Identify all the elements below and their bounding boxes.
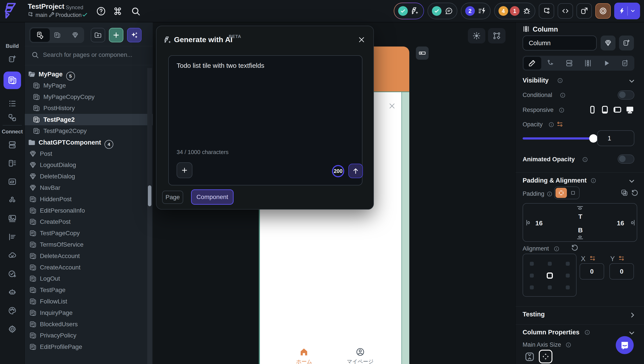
convert-to-component-button[interactable]: [600, 36, 616, 51]
chevron-down-icon[interactable]: [628, 77, 636, 85]
reset-padding-icon[interactable]: [631, 189, 639, 197]
rail-item-ai-agents[interactable]: [8, 288, 17, 297]
tree-item-BlockedUsers[interactable]: BlockedUsers: [24, 319, 153, 330]
rail-item-storyboard[interactable]: [8, 113, 17, 122]
submit-prompt-button[interactable]: [348, 164, 363, 178]
tree-item-PostHistory[interactable]: PostHistory: [24, 102, 153, 114]
target-page-button[interactable]: Page: [162, 191, 183, 204]
tree-item-TestPageCopy[interactable]: TestPageCopy: [24, 228, 153, 239]
support-chat-button[interactable]: [616, 336, 634, 354]
pages-scrollbar-thumb[interactable]: [148, 186, 152, 206]
properties-tab-cursor-node[interactable]: [541, 56, 560, 71]
close-icon[interactable]: [358, 36, 366, 44]
add-attachment-button[interactable]: [176, 162, 192, 178]
comments-status-button[interactable]: [428, 3, 457, 19]
rail-item-media-assets[interactable]: [8, 177, 17, 186]
nav-mypage-label[interactable]: マイページ: [346, 358, 375, 364]
rail-item-data-types[interactable]: [8, 159, 17, 168]
padding-mode-uniform[interactable]: [568, 188, 578, 198]
responsive-phone-icon[interactable]: [588, 105, 597, 115]
padding-bottom-icon[interactable]: [576, 235, 584, 240]
tree-item-TestPage[interactable]: TestPage: [24, 284, 153, 296]
rail-item-custom-functions[interactable]: [8, 233, 17, 241]
tree-item-CreatePost[interactable]: CreatePost: [24, 216, 153, 228]
padding-top-icon[interactable]: [576, 205, 584, 211]
properties-tab-doc-plus[interactable]: [616, 56, 634, 71]
opacity-value-input[interactable]: 1: [597, 130, 634, 146]
search-icon[interactable]: [130, 6, 141, 16]
tree-item-DeleteDialog[interactable]: DeleteDialog: [24, 171, 153, 182]
rail-item-widget-tree[interactable]: [8, 99, 17, 108]
main-axis-size-min-button[interactable]: [523, 350, 536, 363]
padding-left-icon[interactable]: [525, 219, 531, 226]
chevron-down-icon[interactable]: [628, 329, 636, 337]
alignment-selected-center[interactable]: [547, 273, 553, 279]
rail-item-page-selector[interactable]: [4, 72, 21, 89]
chevron-right-icon[interactable]: [629, 311, 636, 319]
padding-top-field[interactable]: T: [523, 213, 638, 220]
alignment-grid[interactable]: [522, 254, 576, 297]
responsive-tablet-icon[interactable]: [600, 105, 610, 115]
nav-mypage-icon[interactable]: [356, 347, 365, 356]
actions-status-button[interactable]: 2: [461, 3, 490, 19]
properties-tab-ruler-pencil[interactable]: [522, 56, 541, 71]
tree-item-LogoutDialog[interactable]: LogoutDialog: [24, 159, 153, 171]
rail-item-automated-tests[interactable]: [8, 269, 17, 278]
alignment-grid-dot[interactable]: [530, 274, 534, 278]
animated-opacity-toggle[interactable]: [618, 154, 634, 164]
padding-right-field[interactable]: 16: [617, 219, 624, 227]
environment-name[interactable]: Production: [56, 12, 82, 18]
padding-right-icon[interactable]: [630, 219, 636, 226]
tree-item-CreateAccount[interactable]: CreateAccount: [24, 262, 153, 273]
padding-mode-separate[interactable]: [556, 188, 567, 198]
help-icon[interactable]: [96, 6, 106, 16]
tree-item-InquiryPage[interactable]: InquiryPage: [24, 307, 153, 319]
pages-tab-icon[interactable]: [54, 31, 61, 39]
padding-bottom-field[interactable]: B: [523, 226, 638, 234]
tree-folder-MyPage[interactable]: MyPage5: [24, 68, 153, 80]
tree-item-TestPage2[interactable]: TestPage2: [24, 114, 153, 125]
tree-item-DeleteAccount[interactable]: DeleteAccount: [24, 250, 153, 262]
ai-generate-page-button[interactable]: [127, 28, 142, 42]
properties-tab-database[interactable]: [560, 56, 578, 71]
alignment-grid-dot[interactable]: [548, 262, 552, 266]
issues-status-button[interactable]: 4 1: [494, 3, 535, 19]
bind-variable-icon[interactable]: [618, 255, 625, 262]
rail-item-firestore-database[interactable]: [8, 140, 17, 149]
tree-item-EditPersonalInfo[interactable]: EditPersonalInfo: [24, 205, 153, 216]
tree-item-MyPageCopyCopy[interactable]: MyPageCopyCopy: [24, 91, 153, 103]
tree-item-NavBar[interactable]: NavBar: [24, 182, 153, 194]
bind-variable-icon[interactable]: [589, 255, 596, 262]
tree-item-HiddenPost[interactable]: HiddenPost: [24, 194, 153, 205]
rail-item-integrations[interactable]: [8, 196, 17, 205]
align-x-input[interactable]: 0: [580, 263, 604, 280]
tree-item-MyPage[interactable]: MyPage: [24, 80, 153, 91]
alignment-grid-dot[interactable]: [548, 285, 552, 289]
branch-name[interactable]: main: [36, 12, 47, 18]
responsive-desktop-icon[interactable]: [625, 105, 634, 115]
rail-item-cloud-functions[interactable]: [8, 251, 17, 260]
components-tab-icon[interactable]: [72, 31, 79, 39]
add-page-button[interactable]: [109, 28, 123, 42]
nav-home-icon[interactable]: [299, 347, 308, 356]
visual-preview-button[interactable]: [595, 3, 611, 19]
tree-item-TestPage2Copy[interactable]: TestPage2Copy: [24, 125, 153, 137]
tree-item-EditProfilePage[interactable]: EditProfilePage: [24, 341, 153, 352]
deploy-status-button[interactable]: [394, 3, 424, 19]
command-menu-icon[interactable]: [113, 6, 123, 16]
rail-item-image-assets[interactable]: [8, 214, 17, 223]
tree-item-LogOut[interactable]: LogOut: [24, 273, 153, 284]
opacity-slider-track[interactable]: [522, 137, 592, 139]
alignment-grid-dot[interactable]: [566, 274, 570, 278]
target-component-button[interactable]: Component: [191, 189, 234, 205]
run-app-split-button[interactable]: [614, 3, 640, 19]
bind-variable-icon[interactable]: [556, 121, 563, 128]
alignment-grid-dot[interactable]: [530, 262, 534, 266]
properties-tab-play[interactable]: [597, 56, 616, 71]
wrap-widget-button[interactable]: [619, 36, 634, 51]
tree-item-Post[interactable]: Post: [24, 148, 153, 159]
tree-item-FollowList[interactable]: FollowList: [24, 296, 153, 307]
rail-item-widget-palette[interactable]: [8, 55, 17, 64]
properties-tab-column-glyph[interactable]: [578, 56, 597, 71]
widget-name-input[interactable]: Column: [522, 36, 597, 51]
